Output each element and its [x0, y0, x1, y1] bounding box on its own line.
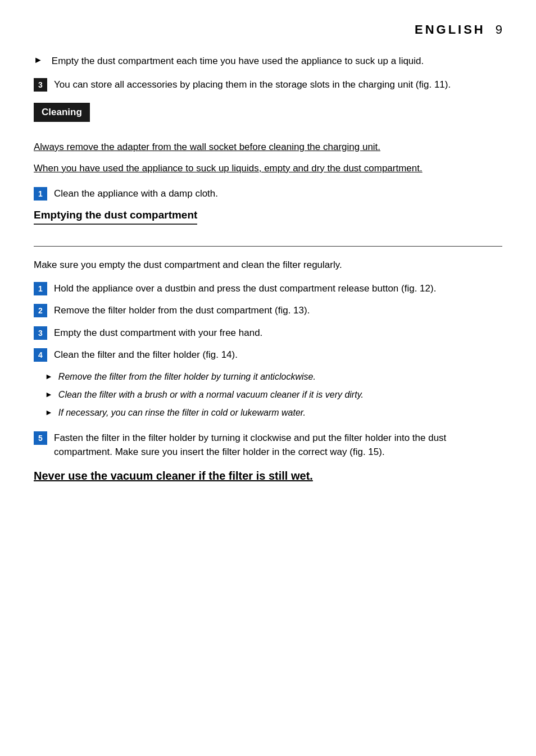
cleaning-section-header: Cleaning — [34, 103, 90, 122]
emptying-step-badge-1: 1 — [34, 282, 47, 295]
emptying-step-badge-4: 4 — [34, 348, 47, 362]
step4-sub-bullet-2: ► Clean the filter with a brush or with … — [34, 388, 502, 402]
step4-sub-text-3: If necessary, you can rinse the filter i… — [58, 406, 306, 420]
emptying-step-4-text: Clean the filter and the filter holder (… — [54, 348, 238, 362]
cleaning-step-1-text: Clean the appliance with a damp cloth. — [54, 186, 218, 201]
emptying-intro: Make sure you empty the dust compartment… — [34, 258, 502, 272]
emptying-step-5-text: Fasten the filter in the filter holder b… — [54, 431, 502, 459]
step4-sub-bullet-1: ► Remove the filter from the filter hold… — [34, 370, 502, 384]
emptying-step-3-text: Empty the dust compartment with your fre… — [54, 326, 262, 340]
emptying-section-title-row: Emptying the dust compartment — [34, 209, 502, 236]
emptying-step-2: 2 Remove the filter holder from the dust… — [34, 303, 502, 318]
emptying-section-title: Emptying the dust compartment — [34, 209, 197, 225]
cleaning-step-badge-1: 1 — [34, 187, 47, 201]
emptying-step-2-text: Remove the filter holder from the dust c… — [54, 303, 310, 318]
section-divider — [34, 246, 502, 247]
language-label: ENGLISH — [415, 22, 485, 37]
step4-sub-text-1: Remove the filter from the filter holder… — [58, 370, 316, 384]
cleaning-warning-1: Always remove the adapter from the wall … — [34, 140, 502, 154]
emptying-step-1-text: Hold the appliance over a dustbin and pr… — [54, 281, 436, 296]
emptying-step-badge-2: 2 — [34, 304, 47, 317]
sub-bullet-arrow-2: ► — [45, 390, 53, 399]
intro-numbered-item-3: 3 You can store all accessories by placi… — [34, 78, 502, 92]
cleaning-warning-text-2: When you have used the appliance to suck… — [34, 163, 423, 174]
intro-section: ► Empty the dust compartment each time y… — [34, 54, 502, 92]
page-header: ENGLISH 9 — [34, 22, 502, 37]
arrow-icon: ► — [34, 55, 43, 65]
cleaning-warning-text-1: Always remove the adapter from the wall … — [34, 142, 380, 152]
cleaning-warning-2: When you have used the appliance to suck… — [34, 161, 502, 176]
emptying-step-5: 5 Fasten the filter in the filter holder… — [34, 431, 502, 459]
emptying-step-1: 1 Hold the appliance over a dustbin and … — [34, 281, 502, 296]
sub-bullet-arrow-3: ► — [45, 408, 53, 417]
cleaning-section-header-row: Cleaning — [34, 103, 502, 131]
sub-bullet-arrow-1: ► — [45, 372, 53, 381]
intro-step-3-text: You can store all accessories by placing… — [54, 78, 451, 92]
step-badge-3: 3 — [34, 78, 47, 92]
page-number: 9 — [496, 22, 502, 37]
step4-sub-text-2: Clean the filter with a brush or with a … — [58, 388, 364, 402]
emptying-step-4: 4 Clean the filter and the filter holder… — [34, 348, 502, 362]
arrow-bullet-text: Empty the dust compartment each time you… — [52, 54, 424, 69]
emptying-step-badge-3: 3 — [34, 326, 47, 340]
final-warning: Never use the vacuum cleaner if the filt… — [34, 467, 502, 484]
cleaning-step-1: 1 Clean the appliance with a damp cloth. — [34, 186, 502, 201]
emptying-step-3: 3 Empty the dust compartment with your f… — [34, 326, 502, 340]
arrow-bullet-item: ► Empty the dust compartment each time y… — [34, 54, 502, 69]
final-warning-text: Never use the vacuum cleaner if the filt… — [34, 467, 502, 484]
step4-sub-bullet-3: ► If necessary, you can rinse the filter… — [34, 406, 502, 420]
emptying-step-badge-5: 5 — [34, 431, 47, 445]
